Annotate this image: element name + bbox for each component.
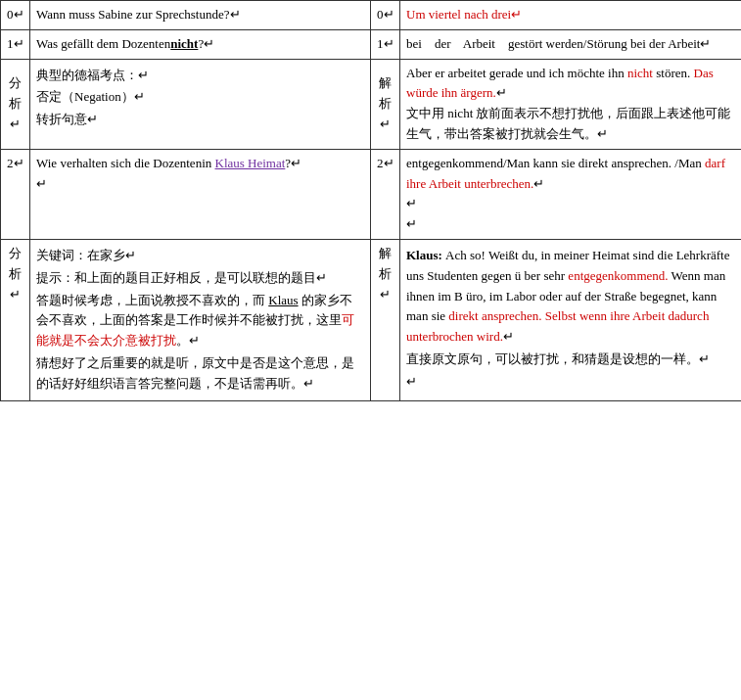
analysis-label-left: 分析↵ xyxy=(1,59,30,149)
q2-question-text: Wie verhalten sich die Dozentenin Klaus … xyxy=(36,156,301,170)
analysis-row-2: 分析↵ 关键词：在家乡↵ 提示：和上面的题目正好相反，是可以联想的题目↵ 答题时… xyxy=(1,239,742,400)
table-row: 2↵ Wie verhalten sich die Dozentenin Kla… xyxy=(1,149,742,239)
analysis2-speaker: Klaus: xyxy=(406,248,442,262)
q1-answer: bei der Arbeit gestört werden/Störung be… xyxy=(400,29,742,59)
analysis2-chinese-note: 直接原文原句，可以被打扰，和猜题是设想的一样。↵ xyxy=(406,350,735,370)
analysis-label-right: 解析↵ xyxy=(371,59,400,149)
q0-question: Wann muss Sabine zur Sprechstunde?↵ xyxy=(30,1,371,30)
analysis2-quote: Klaus: Ach so! Weißt du, in meiner Heima… xyxy=(406,246,735,348)
q0-answer: Um viertel nach drei↵ xyxy=(400,1,742,30)
analysis-point-1: 典型的德福考点：↵ xyxy=(36,66,364,86)
analysis2-keyword: 关键词：在家乡↵ xyxy=(36,246,364,266)
analysis2-trailing: ↵ xyxy=(406,372,735,393)
analysis2-detail: 答题时候考虑，上面说教授不喜欢的，而 Klaus 的家乡不会不喜欢，上面的答案是… xyxy=(36,291,364,351)
analysis-content-right: Aber er arbeitet gerade und ich möchte i… xyxy=(400,59,742,149)
q0-question-text: Wann muss Sabine zur Sprechstunde?↵ xyxy=(36,7,241,22)
q2-num-left: 2↵ xyxy=(1,149,30,239)
analysis2-content-left: 关键词：在家乡↵ 提示：和上面的题目正好相反，是可以联想的题目↵ 答题时候考虑，… xyxy=(30,239,371,400)
main-table: 0↵ Wann muss Sabine zur Sprechstunde?↵ 0… xyxy=(0,0,741,401)
analysis-point-2: 否定（Negation）↵ xyxy=(36,87,364,108)
analysis2-german-text: Ach so! Weißt du, in meiner Heimat sind … xyxy=(406,248,730,344)
analysis2-content-right: Klaus: Ach so! Weißt du, in meiner Heima… xyxy=(400,239,742,400)
q1-question-text: Was gefällt dem Dozentennicht?↵ xyxy=(36,36,214,51)
analysis-right-chinese: 文中用 nicht 放前面表示不想打扰他，后面跟上表述他可能生气，带出答案被打扰… xyxy=(406,106,731,141)
q1-question: Was gefällt dem Dozentennicht?↵ xyxy=(30,29,371,59)
table-row: 1↵ Was gefällt dem Dozentennicht?↵ 1↵ be… xyxy=(1,29,742,59)
q2-answer-text: entgegenkommend/Man kann sie direkt ansp… xyxy=(406,156,725,191)
analysis2-label-left: 分析↵ xyxy=(1,239,30,400)
q1-num-left: 1↵ xyxy=(1,29,30,59)
analysis2-label-right: 解析↵ xyxy=(371,239,400,400)
q0-num-right: 0↵ xyxy=(371,1,400,30)
analysis-point-3: 转折句意↵ xyxy=(36,110,364,130)
q2-num-right: 2↵ xyxy=(371,149,400,239)
analysis-row-1: 分析↵ 典型的德福考点：↵ 否定（Negation）↵ 转折句意↵ 解析↵ Ab… xyxy=(1,59,742,149)
table-row: 0↵ Wann muss Sabine zur Sprechstunde?↵ 0… xyxy=(1,1,742,30)
q1-num-right: 1↵ xyxy=(371,29,400,59)
q1-answer-text: bei der Arbeit gestört werden/Störung be… xyxy=(406,36,711,51)
q0-num-left: 0↵ xyxy=(1,1,30,30)
analysis2-hint: 提示：和上面的题目正好相反，是可以联想的题目↵ xyxy=(36,268,364,289)
q2-answer: entgegenkommend/Man kann sie direkt ansp… xyxy=(400,149,742,239)
q2-question: Wie verhalten sich die Dozentenin Klaus … xyxy=(30,149,371,239)
analysis-content-left: 典型的德福考点：↵ 否定（Negation）↵ 转折句意↵ xyxy=(30,59,371,149)
analysis-right-text: Aber er arbeitet gerade und ich möchte i… xyxy=(406,66,714,101)
q0-answer-text: Um viertel nach drei↵ xyxy=(406,7,522,22)
analysis2-note: 猜想好了之后重要的就是听，原文中是否是这个意思，是的话好好组织语言答完整问题，不… xyxy=(36,353,364,395)
